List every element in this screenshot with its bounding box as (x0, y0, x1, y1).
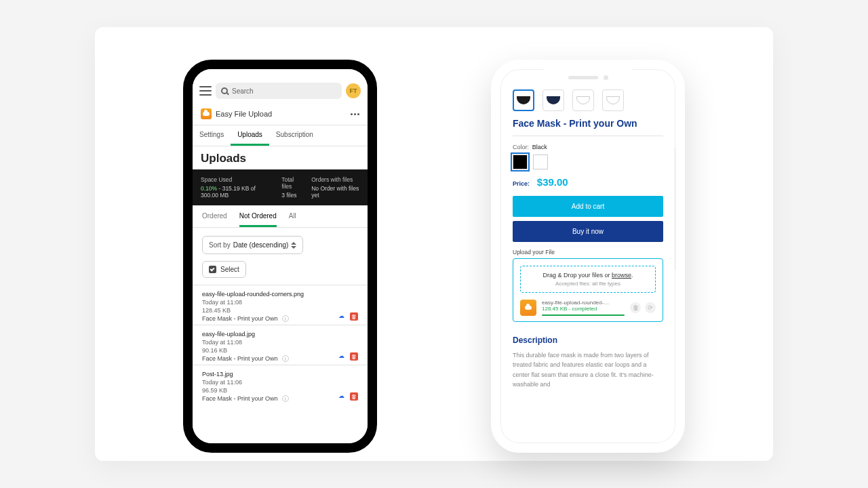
remove-file-icon[interactable]: 🗑 (630, 302, 641, 313)
divider (513, 136, 663, 136)
storefront-phone: Face Mask - Print your Own Color: Black … (491, 60, 685, 453)
search-placeholder: Search (232, 87, 254, 95)
file-dropzone[interactable]: Drag & Drop your files or browse. Accept… (513, 258, 663, 322)
info-icon[interactable]: i (282, 395, 289, 402)
add-to-cart-button[interactable]: Add to cart (513, 196, 663, 217)
thumbnail-white-front[interactable] (572, 89, 594, 111)
app-icon (201, 108, 212, 119)
file-row[interactable]: Post-13.jpg Today at 11:06 96.59 KB Face… (193, 365, 368, 405)
delete-icon[interactable]: 🗑 (350, 352, 358, 361)
page-title: Uploads (193, 146, 368, 169)
search-icon (221, 87, 228, 94)
color-label: Color: (513, 144, 529, 150)
total-files-value: 3 files (281, 192, 302, 199)
sort-caret-icon (291, 242, 296, 249)
file-size: 90.16 KB (202, 347, 358, 354)
product-title: Face Mask - Print your Own (513, 118, 663, 129)
select-toggle[interactable]: Select (202, 261, 246, 278)
usage-bar: Space Used 0.10% - 315.19 KB of 300.00 M… (193, 169, 368, 205)
avatar[interactable]: FT (346, 83, 361, 98)
buy-now-button[interactable]: Buy it now (513, 221, 663, 242)
file-name: easy-file-upload.jpg (202, 331, 358, 338)
menu-icon[interactable] (199, 86, 212, 96)
checkbox-icon (209, 266, 216, 273)
uploaded-file-row: easy-file-upload-rounded-cor… 128.45 KB … (520, 300, 656, 316)
upload-label: Upload your File (513, 249, 663, 256)
uploaded-file-status: 128.45 KB - completed (542, 306, 625, 312)
dropzone-text-post: . (631, 272, 633, 279)
file-size: 128.45 KB (202, 307, 358, 314)
subtab-not-ordered[interactable]: Not Ordered (239, 212, 277, 227)
orders-files-label: Orders with files (311, 176, 359, 183)
orders-files-value: No Order with files yet (311, 185, 359, 199)
thumbnail-white-side[interactable] (602, 89, 624, 111)
file-when: Today at 11:06 (202, 379, 358, 386)
uploaded-progress (542, 314, 625, 316)
cloud-upload-icon (520, 300, 536, 316)
sort-value: Date (descending) (233, 241, 289, 249)
sort-prefix: Sort by (209, 241, 231, 249)
file-name: Post-13.jpg (202, 371, 358, 378)
space-used-pct: 0.10% (201, 185, 217, 192)
tab-settings[interactable]: Settings (193, 125, 231, 146)
admin-phone: Search FT Easy File Upload Settings Uplo… (183, 60, 377, 453)
tab-subscription[interactable]: Subscription (269, 125, 320, 146)
dropzone-text-pre: Drag & Drop your files or (542, 272, 612, 279)
file-name: easy-file-upload-rounded-corners.png (202, 291, 358, 298)
sort-selector[interactable]: Sort by Date (descending) (202, 236, 303, 254)
description-heading: Description (513, 336, 663, 345)
file-product: Face Mask - Print your Own (202, 355, 278, 362)
tab-uploads[interactable]: Uploads (231, 125, 269, 146)
scroll-indicator (675, 148, 675, 270)
file-when: Today at 11:08 (202, 299, 358, 306)
description-text: This durable face mask is made from two … (513, 350, 663, 390)
thumbnail-navy[interactable] (542, 89, 564, 111)
subtab-all[interactable]: All (289, 212, 296, 227)
swatch-white[interactable] (533, 155, 548, 169)
app-title-text: Easy File Upload (216, 110, 272, 118)
dropzone-subtext: Accepted files: all file types (525, 281, 651, 287)
file-product: Face Mask - Print your Own (202, 315, 278, 322)
subtab-ordered[interactable]: Ordered (202, 212, 227, 227)
download-icon[interactable]: ☁ (338, 392, 344, 401)
file-when: Today at 11:08 (202, 339, 358, 346)
total-files-label: Total files (281, 176, 302, 190)
delete-icon[interactable]: 🗑 (350, 392, 358, 401)
more-icon[interactable] (351, 113, 359, 115)
file-row[interactable]: easy-file-upload-rounded-corners.png Tod… (193, 285, 368, 325)
download-icon[interactable]: ☁ (338, 352, 344, 361)
price-value: $39.00 (537, 176, 568, 188)
dropzone-text: Drag & Drop your files or browse. (525, 272, 651, 279)
browse-link[interactable]: browse (612, 272, 631, 279)
search-input[interactable]: Search (216, 83, 342, 99)
info-icon[interactable]: i (282, 355, 289, 362)
uploaded-file-name: easy-file-upload-rounded-cor… (542, 300, 610, 306)
thumbnail-black[interactable] (513, 89, 534, 111)
color-value: Black (532, 144, 547, 150)
file-product: Face Mask - Print your Own (202, 395, 278, 402)
space-used-label: Space Used (201, 176, 272, 183)
file-row[interactable]: easy-file-upload.jpg Today at 11:08 90.1… (193, 325, 368, 365)
app-title: Easy File Upload (201, 108, 272, 119)
select-label: Select (220, 266, 239, 273)
download-icon[interactable]: ☁ (338, 312, 344, 321)
delete-icon[interactable]: 🗑 (350, 312, 358, 321)
price-label: Price: (513, 180, 530, 187)
file-size: 96.59 KB (202, 387, 358, 394)
swatch-black[interactable] (513, 155, 528, 169)
reupload-icon[interactable]: ⟳ (645, 302, 656, 313)
info-icon[interactable]: i (282, 315, 289, 322)
